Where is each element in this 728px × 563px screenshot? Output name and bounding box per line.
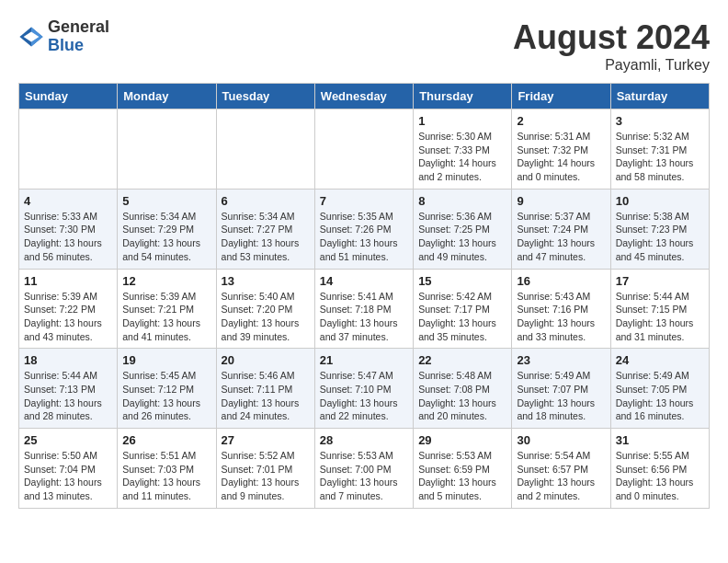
day-info: Sunrise: 5:34 AM Sunset: 7:27 PM Dayligh… — [222, 210, 310, 264]
title-block: August 2024 Payamli, Turkey — [513, 18, 710, 74]
calendar-cell: 17Sunrise: 5:44 AM Sunset: 7:15 PM Dayli… — [610, 269, 709, 349]
calendar-cell — [19, 109, 118, 190]
weekday-header: Thursday — [414, 84, 512, 109]
calendar-week-row: 18Sunrise: 5:44 AM Sunset: 7:13 PM Dayli… — [19, 349, 710, 429]
day-number: 25 — [24, 433, 112, 447]
day-info: Sunrise: 5:53 AM Sunset: 6:59 PM Dayligh… — [418, 449, 506, 503]
calendar-cell: 15Sunrise: 5:42 AM Sunset: 7:17 PM Dayli… — [414, 269, 512, 349]
day-info: Sunrise: 5:42 AM Sunset: 7:17 PM Dayligh… — [418, 290, 506, 344]
calendar-cell: 14Sunrise: 5:41 AM Sunset: 7:18 PM Dayli… — [314, 269, 413, 349]
calendar-week-row: 25Sunrise: 5:50 AM Sunset: 7:04 PM Dayli… — [19, 429, 710, 509]
calendar-cell: 3Sunrise: 5:32 AM Sunset: 7:31 PM Daylig… — [610, 109, 709, 190]
day-number: 16 — [517, 274, 605, 288]
day-number: 17 — [616, 274, 704, 288]
day-info: Sunrise: 5:38 AM Sunset: 7:23 PM Dayligh… — [616, 210, 704, 264]
day-number: 1 — [418, 114, 506, 128]
day-info: Sunrise: 5:34 AM Sunset: 7:29 PM Dayligh… — [122, 210, 210, 264]
day-number: 6 — [222, 194, 310, 208]
calendar-cell: 2Sunrise: 5:31 AM Sunset: 7:32 PM Daylig… — [512, 109, 610, 190]
day-info: Sunrise: 5:49 AM Sunset: 7:05 PM Dayligh… — [616, 369, 704, 423]
logo-blue: Blue — [48, 37, 109, 55]
day-info: Sunrise: 5:39 AM Sunset: 7:21 PM Dayligh… — [122, 290, 210, 344]
day-info: Sunrise: 5:43 AM Sunset: 7:16 PM Dayligh… — [517, 290, 605, 344]
calendar-cell: 18Sunrise: 5:44 AM Sunset: 7:13 PM Dayli… — [19, 349, 118, 429]
day-number: 23 — [517, 353, 605, 367]
logo: General Blue — [18, 18, 109, 55]
day-number: 9 — [517, 194, 605, 208]
day-number: 29 — [418, 433, 506, 447]
calendar-cell: 21Sunrise: 5:47 AM Sunset: 7:10 PM Dayli… — [314, 349, 413, 429]
day-number: 24 — [616, 353, 704, 367]
weekday-header: Tuesday — [216, 84, 314, 109]
calendar-cell: 19Sunrise: 5:45 AM Sunset: 7:12 PM Dayli… — [118, 349, 216, 429]
calendar-cell: 4Sunrise: 5:33 AM Sunset: 7:30 PM Daylig… — [19, 189, 118, 269]
calendar-cell: 7Sunrise: 5:35 AM Sunset: 7:26 PM Daylig… — [314, 189, 413, 269]
day-info: Sunrise: 5:55 AM Sunset: 6:56 PM Dayligh… — [616, 449, 704, 503]
day-info: Sunrise: 5:50 AM Sunset: 7:04 PM Dayligh… — [24, 449, 112, 503]
calendar-cell: 20Sunrise: 5:46 AM Sunset: 7:11 PM Dayli… — [216, 349, 314, 429]
day-number: 21 — [320, 353, 408, 367]
day-number: 22 — [418, 353, 506, 367]
day-number: 20 — [222, 353, 310, 367]
calendar-cell: 22Sunrise: 5:48 AM Sunset: 7:08 PM Dayli… — [414, 349, 512, 429]
day-number: 19 — [122, 353, 210, 367]
calendar-cell: 25Sunrise: 5:50 AM Sunset: 7:04 PM Dayli… — [19, 429, 118, 509]
day-info: Sunrise: 5:40 AM Sunset: 7:20 PM Dayligh… — [222, 290, 310, 344]
day-info: Sunrise: 5:54 AM Sunset: 6:57 PM Dayligh… — [517, 449, 605, 503]
month-year: August 2024 — [513, 18, 710, 57]
calendar-cell: 28Sunrise: 5:53 AM Sunset: 7:00 PM Dayli… — [314, 429, 413, 509]
day-info: Sunrise: 5:32 AM Sunset: 7:31 PM Dayligh… — [616, 130, 704, 184]
calendar-cell: 29Sunrise: 5:53 AM Sunset: 6:59 PM Dayli… — [414, 429, 512, 509]
day-number: 14 — [320, 274, 408, 288]
calendar-cell — [314, 109, 413, 190]
weekday-header: Friday — [512, 84, 610, 109]
weekday-header-row: SundayMondayTuesdayWednesdayThursdayFrid… — [19, 84, 710, 109]
day-info: Sunrise: 5:47 AM Sunset: 7:10 PM Dayligh… — [320, 369, 408, 423]
day-number: 18 — [24, 353, 112, 367]
day-number: 4 — [24, 194, 112, 208]
day-number: 11 — [24, 274, 112, 288]
day-number: 31 — [616, 433, 704, 447]
day-info: Sunrise: 5:45 AM Sunset: 7:12 PM Dayligh… — [122, 369, 210, 423]
calendar-cell: 11Sunrise: 5:39 AM Sunset: 7:22 PM Dayli… — [19, 269, 118, 349]
day-info: Sunrise: 5:31 AM Sunset: 7:32 PM Dayligh… — [517, 130, 605, 184]
calendar-cell: 27Sunrise: 5:52 AM Sunset: 7:01 PM Dayli… — [216, 429, 314, 509]
day-number: 26 — [122, 433, 210, 447]
day-info: Sunrise: 5:36 AM Sunset: 7:25 PM Dayligh… — [418, 210, 506, 264]
calendar-cell: 10Sunrise: 5:38 AM Sunset: 7:23 PM Dayli… — [610, 189, 709, 269]
weekday-header: Saturday — [610, 84, 709, 109]
day-info: Sunrise: 5:53 AM Sunset: 7:00 PM Dayligh… — [320, 449, 408, 503]
day-number: 8 — [418, 194, 506, 208]
calendar-cell: 16Sunrise: 5:43 AM Sunset: 7:16 PM Dayli… — [512, 269, 610, 349]
calendar-cell: 31Sunrise: 5:55 AM Sunset: 6:56 PM Dayli… — [610, 429, 709, 509]
logo-text: General Blue — [48, 18, 109, 55]
day-number: 7 — [320, 194, 408, 208]
day-info: Sunrise: 5:30 AM Sunset: 7:33 PM Dayligh… — [418, 130, 506, 184]
weekday-header: Monday — [118, 84, 216, 109]
calendar-table: SundayMondayTuesdayWednesdayThursdayFrid… — [18, 83, 710, 509]
day-info: Sunrise: 5:41 AM Sunset: 7:18 PM Dayligh… — [320, 290, 408, 344]
day-number: 15 — [418, 274, 506, 288]
weekday-header: Sunday — [19, 84, 118, 109]
calendar-cell: 12Sunrise: 5:39 AM Sunset: 7:21 PM Dayli… — [118, 269, 216, 349]
day-number: 10 — [616, 194, 704, 208]
location: Payamli, Turkey — [513, 57, 710, 74]
day-info: Sunrise: 5:46 AM Sunset: 7:11 PM Dayligh… — [222, 369, 310, 423]
day-info: Sunrise: 5:49 AM Sunset: 7:07 PM Dayligh… — [517, 369, 605, 423]
calendar-week-row: 1Sunrise: 5:30 AM Sunset: 7:33 PM Daylig… — [19, 109, 710, 190]
calendar-cell: 6Sunrise: 5:34 AM Sunset: 7:27 PM Daylig… — [216, 189, 314, 269]
day-info: Sunrise: 5:33 AM Sunset: 7:30 PM Dayligh… — [24, 210, 112, 264]
logo-icon — [18, 24, 44, 50]
day-info: Sunrise: 5:51 AM Sunset: 7:03 PM Dayligh… — [122, 449, 210, 503]
page-header: General Blue August 2024 Payamli, Turkey — [18, 18, 710, 74]
calendar-cell: 30Sunrise: 5:54 AM Sunset: 6:57 PM Dayli… — [512, 429, 610, 509]
calendar-week-row: 11Sunrise: 5:39 AM Sunset: 7:22 PM Dayli… — [19, 269, 710, 349]
day-info: Sunrise: 5:44 AM Sunset: 7:15 PM Dayligh… — [616, 290, 704, 344]
calendar-cell: 1Sunrise: 5:30 AM Sunset: 7:33 PM Daylig… — [414, 109, 512, 190]
day-info: Sunrise: 5:35 AM Sunset: 7:26 PM Dayligh… — [320, 210, 408, 264]
day-info: Sunrise: 5:48 AM Sunset: 7:08 PM Dayligh… — [418, 369, 506, 423]
day-info: Sunrise: 5:39 AM Sunset: 7:22 PM Dayligh… — [24, 290, 112, 344]
logo-general: General — [48, 18, 109, 37]
calendar-cell: 9Sunrise: 5:37 AM Sunset: 7:24 PM Daylig… — [512, 189, 610, 269]
calendar-cell: 13Sunrise: 5:40 AM Sunset: 7:20 PM Dayli… — [216, 269, 314, 349]
